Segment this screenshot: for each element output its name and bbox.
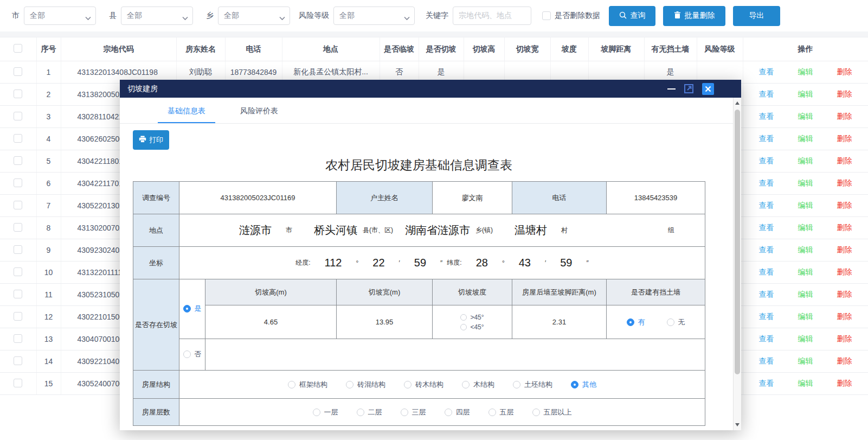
- edit-link[interactable]: 编辑: [798, 178, 813, 187]
- minimize-icon[interactable]: [667, 88, 676, 90]
- edit-link[interactable]: 编辑: [798, 201, 813, 209]
- row-checkbox[interactable]: [14, 112, 22, 120]
- view-link[interactable]: 查看: [759, 90, 774, 98]
- delete-link[interactable]: 删除: [837, 312, 852, 321]
- floors-option-radio[interactable]: 一层: [313, 407, 338, 417]
- view-link[interactable]: 查看: [759, 290, 774, 298]
- edit-link[interactable]: 编辑: [798, 223, 813, 232]
- batch-delete-button[interactable]: 批量删除: [663, 6, 725, 26]
- delete-link[interactable]: 删除: [837, 112, 852, 120]
- row-checkbox[interactable]: [14, 223, 22, 232]
- floors-option-radio[interactable]: 五层以上: [532, 407, 572, 417]
- scroll-up-icon[interactable]: [735, 101, 740, 105]
- delete-link[interactable]: 删除: [837, 267, 852, 276]
- edit-link[interactable]: 编辑: [798, 312, 813, 321]
- edit-link[interactable]: 编辑: [798, 356, 813, 365]
- structure-option-radio[interactable]: 其他: [571, 380, 596, 390]
- tab-basic-info[interactable]: 基础信息表: [158, 106, 215, 123]
- structure-option-radio[interactable]: 砖木结构: [404, 380, 443, 390]
- edit-link[interactable]: 编辑: [798, 334, 813, 343]
- delete-link[interactable]: 删除: [837, 90, 852, 98]
- edit-link[interactable]: 编辑: [798, 134, 813, 143]
- delete-link[interactable]: 删除: [837, 290, 852, 298]
- structure-option-radio[interactable]: 土坯结构: [513, 380, 552, 390]
- view-link[interactable]: 查看: [759, 134, 774, 143]
- view-link[interactable]: 查看: [759, 379, 774, 387]
- floors-option-radio[interactable]: 五层: [488, 407, 514, 417]
- risk-level-select[interactable]: 全部: [333, 7, 415, 25]
- delete-link[interactable]: 删除: [837, 334, 852, 343]
- tab-risk-evaluation[interactable]: 风险评价表: [230, 106, 288, 123]
- cut-yes-radio[interactable]: 是: [183, 304, 202, 314]
- view-link[interactable]: 查看: [759, 245, 774, 254]
- delete-link[interactable]: 删除: [837, 178, 852, 187]
- township-select[interactable]: 全部: [218, 7, 290, 25]
- view-link[interactable]: 查看: [759, 112, 774, 120]
- floors-option-radio[interactable]: 四层: [445, 407, 470, 417]
- edit-link[interactable]: 编辑: [798, 379, 813, 387]
- print-button[interactable]: 打印: [133, 130, 169, 150]
- edit-link[interactable]: 编辑: [798, 112, 813, 120]
- view-link[interactable]: 查看: [759, 201, 774, 209]
- view-link[interactable]: 查看: [759, 334, 774, 343]
- view-link[interactable]: 查看: [759, 356, 774, 365]
- slope-lt45-radio[interactable]: <45°: [460, 323, 484, 331]
- row-checkbox[interactable]: [14, 245, 22, 254]
- row-checkbox[interactable]: [14, 290, 22, 298]
- delete-link[interactable]: 删除: [837, 67, 852, 76]
- row-checkbox[interactable]: [14, 267, 22, 276]
- city-select[interactable]: 全部: [24, 7, 96, 25]
- row-checkbox[interactable]: [14, 334, 22, 343]
- edit-link[interactable]: 编辑: [798, 290, 813, 298]
- row-checkbox[interactable]: [14, 178, 22, 187]
- edit-link[interactable]: 编辑: [798, 267, 813, 276]
- view-link[interactable]: 查看: [759, 312, 774, 321]
- view-link[interactable]: 查看: [759, 156, 774, 165]
- scrollbar-thumb[interactable]: [735, 110, 740, 374]
- row-checkbox[interactable]: [14, 67, 22, 76]
- modal-titlebar[interactable]: 切坡建房: [120, 80, 741, 98]
- view-link[interactable]: 查看: [759, 67, 774, 76]
- structure-option-radio[interactable]: 框架结构: [288, 380, 327, 390]
- wall-yes-radio[interactable]: 有: [627, 317, 645, 327]
- delete-data-checkbox[interactable]: [542, 11, 551, 20]
- row-checkbox[interactable]: [14, 90, 22, 98]
- view-link[interactable]: 查看: [759, 267, 774, 276]
- delete-link[interactable]: 删除: [837, 223, 852, 232]
- delete-link[interactable]: 删除: [837, 245, 852, 254]
- delete-link[interactable]: 删除: [837, 134, 852, 143]
- row-checkbox[interactable]: [14, 134, 22, 143]
- row-checkbox[interactable]: [14, 356, 22, 365]
- keyword-input[interactable]: 宗地代码、地点: [453, 7, 531, 25]
- select-all-checkbox[interactable]: [14, 44, 22, 53]
- county-select[interactable]: 全部: [121, 7, 193, 25]
- floors-option-radio[interactable]: 二层: [357, 407, 382, 417]
- edit-link[interactable]: 编辑: [798, 67, 813, 76]
- floors-option-radio[interactable]: 三层: [401, 407, 426, 417]
- delete-link[interactable]: 删除: [837, 156, 852, 165]
- view-link[interactable]: 查看: [759, 178, 774, 187]
- row-checkbox[interactable]: [14, 312, 22, 321]
- modal-scrollbar[interactable]: [733, 98, 741, 430]
- query-button[interactable]: 查询: [609, 6, 655, 26]
- structure-option-radio[interactable]: 木结构: [462, 380, 494, 390]
- delete-link[interactable]: 删除: [837, 356, 852, 365]
- row-checkbox[interactable]: [14, 379, 22, 387]
- slope-gt45-radio[interactable]: >45°: [460, 314, 484, 321]
- edit-link[interactable]: 编辑: [798, 245, 813, 254]
- cut-no-radio[interactable]: 否: [183, 349, 202, 359]
- structure-option-radio[interactable]: 砖混结构: [346, 380, 385, 390]
- delete-link[interactable]: 删除: [837, 201, 852, 209]
- scroll-down-icon[interactable]: [735, 423, 740, 426]
- row-checkbox[interactable]: [14, 156, 22, 165]
- edit-link[interactable]: 编辑: [798, 156, 813, 165]
- close-icon[interactable]: [702, 83, 714, 95]
- export-button[interactable]: 导出: [733, 6, 780, 26]
- wall-no-radio[interactable]: 无: [667, 317, 685, 327]
- view-link[interactable]: 查看: [759, 223, 774, 232]
- delete-link[interactable]: 删除: [837, 379, 852, 387]
- edit-link[interactable]: 编辑: [798, 90, 813, 98]
- chevron-down-icon: [279, 13, 285, 23]
- row-checkbox[interactable]: [14, 201, 22, 209]
- maximize-icon[interactable]: [684, 84, 693, 93]
